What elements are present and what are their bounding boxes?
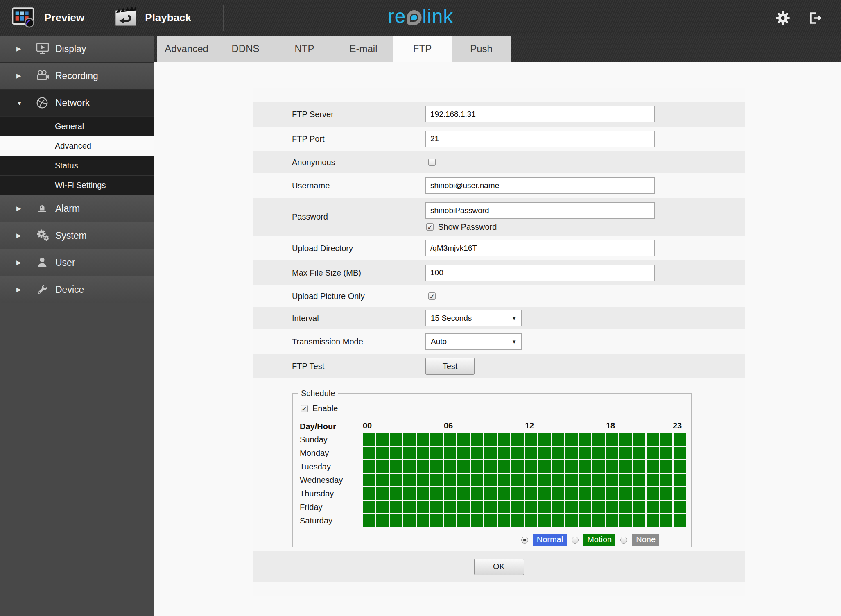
- schedule-cell[interactable]: [606, 433, 618, 446]
- schedule-cell[interactable]: [552, 487, 564, 500]
- schedule-cell[interactable]: [619, 474, 632, 486]
- schedule-cell[interactable]: [498, 474, 510, 486]
- schedule-cell[interactable]: [457, 447, 470, 459]
- schedule-cell[interactable]: [592, 474, 605, 486]
- schedule-cell[interactable]: [606, 501, 618, 513]
- sidebar-subitem-general[interactable]: General: [0, 117, 154, 136]
- schedule-cell[interactable]: [592, 514, 605, 527]
- schedule-cell[interactable]: [511, 474, 524, 486]
- tab-ntp[interactable]: NTP: [275, 36, 334, 62]
- schedule-cell[interactable]: [471, 474, 483, 486]
- schedule-cell[interactable]: [430, 514, 443, 527]
- schedule-cell[interactable]: [633, 460, 645, 473]
- ftp-test-button[interactable]: Test: [425, 358, 475, 375]
- schedule-cell[interactable]: [592, 447, 605, 459]
- schedule-cell[interactable]: [444, 433, 456, 446]
- schedule-cell[interactable]: [457, 460, 470, 473]
- schedule-cell[interactable]: [471, 514, 483, 527]
- schedule-cell[interactable]: [606, 487, 618, 500]
- sidebar-item-device[interactable]: ▶ Device: [0, 276, 154, 303]
- schedule-cell[interactable]: [647, 501, 659, 513]
- schedule-cell[interactable]: [471, 433, 483, 446]
- schedule-cell[interactable]: [444, 501, 456, 513]
- sidebar-item-alarm[interactable]: ▶ Alarm: [0, 195, 154, 222]
- schedule-cell[interactable]: [674, 447, 686, 459]
- schedule-cell[interactable]: [552, 501, 564, 513]
- schedule-cell[interactable]: [484, 501, 497, 513]
- sidebar-subitem-wifi-settings[interactable]: Wi-Fi Settings: [0, 176, 154, 195]
- schedule-cell[interactable]: [471, 487, 483, 500]
- schedule-cell[interactable]: [538, 460, 551, 473]
- schedule-cell[interactable]: [565, 447, 578, 459]
- nav-playback[interactable]: Playback: [114, 6, 191, 30]
- schedule-cell[interactable]: [363, 433, 375, 446]
- schedule-cell[interactable]: [647, 514, 659, 527]
- schedule-cell[interactable]: [390, 487, 402, 500]
- schedule-cell[interactable]: [565, 460, 578, 473]
- password-input[interactable]: [425, 202, 655, 219]
- schedule-cell[interactable]: [471, 501, 483, 513]
- schedule-cell[interactable]: [674, 474, 686, 486]
- schedule-cell[interactable]: [417, 433, 429, 446]
- schedule-cell[interactable]: [647, 433, 659, 446]
- schedule-cell[interactable]: [417, 514, 429, 527]
- schedule-cell[interactable]: [619, 447, 632, 459]
- schedule-cell[interactable]: [417, 487, 429, 500]
- schedule-cell[interactable]: [660, 433, 672, 446]
- schedule-cell[interactable]: [511, 447, 524, 459]
- schedule-cell[interactable]: [444, 474, 456, 486]
- ftp-server-input[interactable]: [425, 106, 655, 122]
- schedule-enable-checkbox[interactable]: ✓: [301, 405, 308, 412]
- show-password-checkbox[interactable]: ✓: [426, 223, 434, 231]
- ftp-port-input[interactable]: [425, 131, 655, 147]
- schedule-cell[interactable]: [619, 460, 632, 473]
- schedule-cell[interactable]: [390, 460, 402, 473]
- upload-directory-input[interactable]: [425, 240, 655, 256]
- schedule-cell[interactable]: [511, 487, 524, 500]
- schedule-cell[interactable]: [390, 501, 402, 513]
- schedule-cell[interactable]: [538, 514, 551, 527]
- gear-icon[interactable]: [775, 10, 791, 26]
- schedule-cell[interactable]: [484, 447, 497, 459]
- schedule-cell[interactable]: [538, 474, 551, 486]
- schedule-cell[interactable]: [660, 474, 672, 486]
- schedule-cell[interactable]: [498, 501, 510, 513]
- schedule-cell[interactable]: [376, 514, 389, 527]
- schedule-cell[interactable]: [484, 460, 497, 473]
- schedule-cell[interactable]: [647, 460, 659, 473]
- schedule-cell[interactable]: [525, 433, 537, 446]
- schedule-cell[interactable]: [579, 514, 591, 527]
- schedule-cell[interactable]: [647, 487, 659, 500]
- schedule-cell[interactable]: [525, 447, 537, 459]
- tab-advanced[interactable]: Advanced: [157, 36, 216, 62]
- schedule-cell[interactable]: [538, 487, 551, 500]
- tab-email[interactable]: E-mail: [334, 36, 393, 62]
- schedule-cell[interactable]: [444, 447, 456, 459]
- normal-radio[interactable]: [521, 537, 528, 544]
- schedule-cell[interactable]: [430, 433, 443, 446]
- schedule-cell[interactable]: [403, 433, 416, 446]
- schedule-cell[interactable]: [498, 460, 510, 473]
- schedule-cell[interactable]: [660, 501, 672, 513]
- schedule-cell[interactable]: [592, 501, 605, 513]
- schedule-cell[interactable]: [674, 487, 686, 500]
- schedule-cell[interactable]: [674, 501, 686, 513]
- schedule-cell[interactable]: [538, 433, 551, 446]
- normal-mode-badge[interactable]: Normal: [533, 534, 567, 546]
- schedule-cell[interactable]: [619, 487, 632, 500]
- schedule-cell[interactable]: [660, 514, 672, 527]
- schedule-cell[interactable]: [538, 501, 551, 513]
- schedule-cell[interactable]: [417, 501, 429, 513]
- schedule-cell[interactable]: [674, 514, 686, 527]
- schedule-cell[interactable]: [511, 433, 524, 446]
- username-input[interactable]: [425, 177, 655, 194]
- schedule-cell[interactable]: [363, 460, 375, 473]
- schedule-cell[interactable]: [633, 433, 645, 446]
- tab-ddns[interactable]: DDNS: [216, 36, 275, 62]
- schedule-cell[interactable]: [484, 433, 497, 446]
- schedule-cell[interactable]: [511, 460, 524, 473]
- schedule-cell[interactable]: [390, 433, 402, 446]
- schedule-cell[interactable]: [457, 474, 470, 486]
- sidebar-item-user[interactable]: ▶ User: [0, 249, 154, 276]
- schedule-cell[interactable]: [660, 447, 672, 459]
